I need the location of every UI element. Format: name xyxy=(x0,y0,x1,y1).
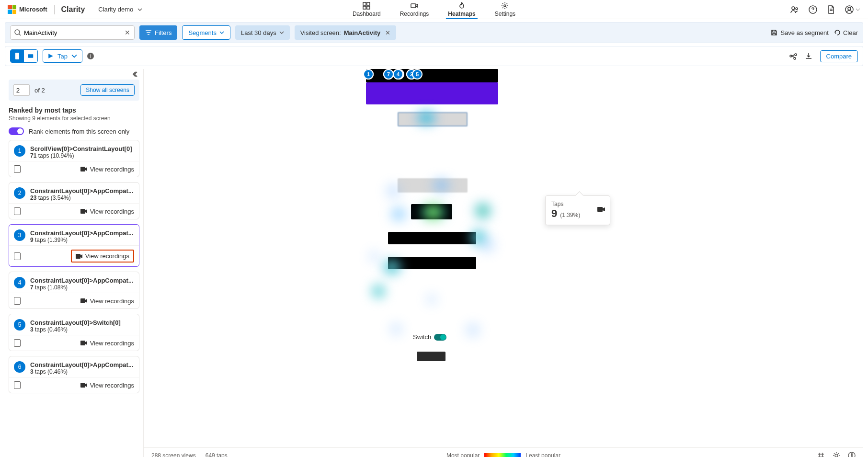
legend-gradient xyxy=(484,453,521,457)
view-recordings-button[interactable]: View recordings xyxy=(80,340,134,347)
undo-icon xyxy=(834,29,840,36)
grid-icon[interactable] xyxy=(817,452,825,457)
segments-button[interactable]: Segments xyxy=(182,25,230,40)
tablet-icon xyxy=(28,52,34,60)
legend-least: Least popular xyxy=(525,452,560,457)
copy-icon[interactable] xyxy=(14,207,21,215)
product-name: Clarity xyxy=(61,5,85,14)
rank-screen-toggle[interactable] xyxy=(9,127,24,135)
user-icon xyxy=(845,5,854,14)
video-icon xyxy=(597,206,605,212)
project-selector[interactable]: Clarity demo xyxy=(98,6,143,13)
view-recordings-button[interactable]: View recordings xyxy=(80,382,134,389)
tab-recordings[interactable]: Recordings xyxy=(398,0,431,19)
tab-settings[interactable]: Settings xyxy=(493,0,517,19)
heat-spot xyxy=(390,323,402,335)
element-card[interactable]: 5ConstraintLayout[0]>Switch[0]3 taps (0.… xyxy=(9,314,139,351)
clear-search-icon[interactable]: ✕ xyxy=(125,29,130,36)
copy-icon[interactable] xyxy=(14,297,21,305)
tooltip-value: 9 xyxy=(551,207,557,220)
legend-most: Most popular xyxy=(446,452,480,457)
heatmap-marker[interactable]: 5 xyxy=(412,69,423,80)
tooltip-recordings-button[interactable] xyxy=(597,206,605,214)
view-recordings-button[interactable]: View recordings xyxy=(71,250,134,263)
view-recordings-button[interactable]: View recordings xyxy=(80,297,134,305)
heatmap-marker[interactable]: 1 xyxy=(363,69,374,80)
search-input[interactable] xyxy=(24,29,122,36)
svg-rect-3 xyxy=(367,6,370,9)
search-input-wrapper[interactable]: ✕ xyxy=(10,25,135,40)
download-icon[interactable] xyxy=(805,52,812,60)
user-menu[interactable] xyxy=(845,5,860,14)
tooltip-label: Taps xyxy=(551,201,604,207)
screen-switch: Switch xyxy=(413,333,446,341)
compare-button[interactable]: Compare xyxy=(820,50,858,62)
rank-toggle-label: Rank elements from this screen only xyxy=(29,128,129,135)
element-card[interactable]: 2ConstraintLayout[0]>AppCompat...23 taps… xyxy=(9,182,139,219)
rank-badge: 4 xyxy=(14,277,25,288)
tool-row: Tap i Compare xyxy=(5,46,863,66)
remove-chip-icon[interactable]: ✕ xyxy=(385,29,390,36)
date-range-button[interactable]: Last 30 days xyxy=(235,25,290,40)
people-icon[interactable] xyxy=(790,5,799,14)
heatmap-marker[interactable]: 4 xyxy=(393,69,403,80)
svg-rect-20 xyxy=(597,207,603,212)
page-input[interactable] xyxy=(13,84,30,96)
clear-filters-button[interactable]: Clear xyxy=(834,29,858,36)
tab-dashboard[interactable]: Dashboard xyxy=(351,0,383,19)
heatmap-marker[interactable]: 7 xyxy=(383,69,394,80)
copy-icon[interactable] xyxy=(14,339,21,347)
heatmap-canvas: 8 1 3 3 9 4 2 6 7 5 Switch Taps 9 (1.39%… xyxy=(144,69,863,457)
gear-icon xyxy=(501,2,509,10)
rank-badge: 2 xyxy=(14,187,25,199)
copy-icon[interactable] xyxy=(14,165,21,173)
show-all-screens-button[interactable]: Show all screens xyxy=(80,84,135,96)
save-segment-button[interactable]: Save as segment xyxy=(771,29,828,36)
document-icon[interactable] xyxy=(827,5,835,14)
element-card[interactable]: 1ScrollView[0]>ConstraintLayout[0]71 tap… xyxy=(9,140,139,177)
info-icon[interactable] xyxy=(848,452,856,457)
element-card[interactable]: 3ConstraintLayout[0]>AppCompat...9 taps … xyxy=(9,224,139,267)
rank-badge: 3 xyxy=(14,229,25,241)
svg-rect-17 xyxy=(80,298,85,303)
filter-chip-visited-screen[interactable]: Visited screen: MainActivity ✕ xyxy=(295,25,397,40)
view-recordings-button[interactable]: View recordings xyxy=(80,208,134,215)
main-tabs: Dashboard Recordings Heatmaps Settings xyxy=(351,0,517,19)
collapse-sidebar-button[interactable] xyxy=(133,71,139,79)
element-card[interactable]: 6ConstraintLayout[0]>AppCompat...3 taps … xyxy=(9,356,139,393)
element-name: ScrollView[0]>ConstraintLayout[0] xyxy=(30,145,132,152)
info-icon[interactable]: i xyxy=(87,53,94,59)
svg-rect-14 xyxy=(80,167,85,171)
svg-point-10 xyxy=(848,7,851,10)
tab-heatmaps[interactable]: Heatmaps xyxy=(446,0,477,19)
brightness-icon[interactable] xyxy=(833,452,840,457)
chevron-down-icon xyxy=(137,7,143,12)
element-tooltip: Taps 9 (1.39%) xyxy=(545,195,610,225)
element-taps: 71 taps (10.94%) xyxy=(30,152,132,159)
brand: Microsoft xyxy=(8,5,47,14)
filters-button[interactable]: Filters xyxy=(139,25,177,40)
copy-icon[interactable] xyxy=(14,252,21,260)
element-taps: 7 taps (1.08%) xyxy=(30,284,134,291)
svg-point-21 xyxy=(835,454,838,457)
copy-icon[interactable] xyxy=(14,381,21,389)
help-icon[interactable] xyxy=(809,5,817,14)
heatmap-type-button[interactable]: Tap xyxy=(43,49,82,63)
divider xyxy=(54,5,55,14)
switch-toggle[interactable] xyxy=(434,334,446,341)
screen-block xyxy=(366,82,498,104)
microsoft-logo-icon xyxy=(8,5,16,14)
device-tablet-button[interactable] xyxy=(24,50,37,62)
svg-rect-2 xyxy=(363,6,366,9)
view-recordings-button[interactable]: View recordings xyxy=(80,166,134,173)
element-list[interactable]: 1ScrollView[0]>ConstraintLayout[0]71 tap… xyxy=(5,140,143,457)
filter-bar: ✕ Filters Segments Last 30 days Visited … xyxy=(5,22,863,43)
device-mobile-button[interactable] xyxy=(11,50,24,62)
svg-rect-16 xyxy=(76,254,80,259)
share-icon[interactable] xyxy=(789,52,797,60)
element-card[interactable]: 4ConstraintLayout[0]>AppCompat...7 taps … xyxy=(9,272,139,309)
video-icon xyxy=(80,383,87,388)
rank-subtitle: Showing 9 elements for selected screen xyxy=(5,115,143,126)
svg-rect-18 xyxy=(80,341,85,345)
heat-spot xyxy=(372,285,385,298)
